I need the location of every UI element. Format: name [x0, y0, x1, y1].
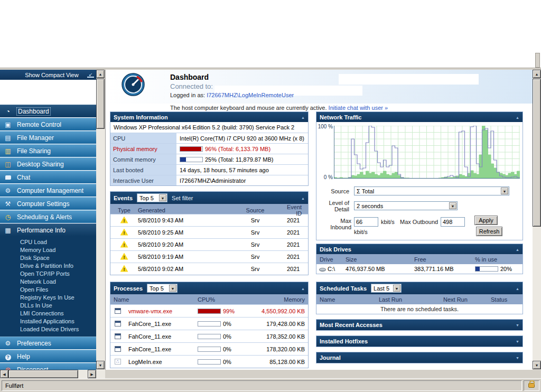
file-manager-icon: [3, 134, 13, 142]
disk-row: C:\ 476,937.50 MB 383,771.16 MB 20%: [316, 264, 523, 274]
collapse-icon[interactable]: [301, 196, 305, 200]
set-filter-link[interactable]: Set filter: [172, 195, 193, 201]
sidebar-vertical-scrollbar[interactable]: ▲ ▼: [96, 70, 105, 370]
apply-button[interactable]: Apply: [474, 216, 498, 225]
subitem-disk-space[interactable]: Disk Space: [0, 254, 96, 262]
chat-link-arrow[interactable]: »: [385, 105, 388, 111]
sidebar-horizontal-scrollbar[interactable]: ◀ ▶: [0, 370, 105, 378]
collapse-icon[interactable]: [516, 247, 519, 251]
scrollbar-thumb[interactable]: [8, 370, 78, 378]
sidebar-item-file-sharing[interactable]: File Sharing: [0, 144, 96, 157]
expand-icon[interactable]: [516, 323, 519, 327]
row-value: Intel(R) Core(TM) i7 CPU 920 at 3600 MHz…: [176, 135, 308, 142]
subitem-network-load[interactable]: Network Load: [0, 278, 96, 286]
collapse-icon[interactable]: [301, 286, 305, 290]
col-status: Status: [491, 296, 523, 303]
warning-icon: [120, 217, 128, 223]
expand-icon[interactable]: [516, 340, 519, 343]
collapse-icon[interactable]: [301, 115, 305, 119]
max-inbound-input[interactable]: [354, 217, 378, 227]
max-outbound-input[interactable]: [441, 217, 465, 227]
subitem-installed-applications[interactable]: Installed Applications: [0, 318, 96, 325]
events-filter-dropdown[interactable]: Top 5: [137, 193, 167, 202]
gauge-icon: [3, 108, 13, 115]
chevron-down-icon[interactable]: [169, 285, 176, 292]
sidebar-item-help[interactable]: Help: [0, 350, 96, 362]
chevron-down-icon[interactable]: [393, 285, 400, 292]
col-drive: Drive: [316, 256, 346, 263]
installed-hotfixes-panel[interactable]: Installed Hotfixes: [316, 335, 523, 347]
sidebar-item-dashboard[interactable]: Dashboard: [0, 105, 96, 117]
sidebar-item-computer-management[interactable]: Computer Management: [0, 184, 96, 197]
redaction-box: [339, 74, 479, 85]
journal-panel[interactable]: Journal: [316, 352, 523, 363]
subitem-drive-partition-info[interactable]: Drive & Partition Info: [0, 262, 96, 270]
processes-filter-dropdown[interactable]: Top 5: [147, 284, 178, 293]
panel-title: Processes: [114, 285, 143, 292]
subitem-open-tcpip-ports[interactable]: Open TCP/IP Ports: [0, 270, 96, 278]
sidebar-item-performance-info[interactable]: Performance Info: [0, 223, 96, 236]
sidebar-item-disconnect[interactable]: Disconnect: [0, 363, 96, 370]
scroll-up-button[interactable]: ▲: [96, 70, 105, 78]
scroll-left-button[interactable]: ◀: [0, 370, 8, 378]
processes-header[interactable]: Processes Top 5: [110, 282, 308, 294]
subitem-cpu-load[interactable]: CPU Load: [0, 238, 96, 246]
dock-panel-icon[interactable]: [87, 71, 94, 78]
scroll-right-button[interactable]: ▶: [88, 370, 96, 378]
col-source: Source: [223, 207, 287, 213]
processes-column-headers: Name CPU% Memory: [110, 294, 308, 304]
sidebar-item-label: Computer Settings: [17, 200, 69, 208]
subitem-lmi-connections[interactable]: LMI Connections: [0, 310, 96, 318]
sidebar-item-scheduling-alerts[interactable]: Scheduling & Alerts: [0, 210, 96, 223]
sidebar-item-file-manager[interactable]: File Manager: [0, 131, 96, 144]
expand-icon[interactable]: [516, 356, 519, 360]
events-header[interactable]: Events Top 5 Set filter: [110, 192, 308, 204]
system-information-header[interactable]: System Information: [110, 112, 308, 122]
performance-icon: [3, 227, 13, 234]
sidebar-item-label: File Sharing: [17, 147, 51, 155]
most-recent-accesses-panel[interactable]: Most Recent Accesses: [316, 319, 523, 331]
sidebar-item-desktop-sharing[interactable]: Desktop Sharing: [0, 157, 96, 170]
status-text: Fullført: [2, 380, 522, 391]
level-of-detail-dropdown[interactable]: 2 seconds: [354, 201, 458, 210]
initiate-chat-link[interactable]: Initiate chat with user: [329, 105, 383, 111]
subitem-loaded-device-drivers[interactable]: Loaded Device Drivers: [0, 325, 96, 333]
subitem-memory-load[interactable]: Memory Load: [0, 246, 96, 254]
collapse-icon[interactable]: [516, 286, 519, 290]
sidebar-item-chat[interactable]: Chat: [0, 171, 96, 183]
chevron-down-icon[interactable]: [159, 194, 166, 201]
source-dropdown[interactable]: Σ Total: [354, 186, 509, 195]
sidebar-item-computer-settings[interactable]: Computer Settings: [0, 197, 96, 210]
network-traffic-header[interactable]: Network Traffic: [316, 112, 523, 122]
chevron-down-icon[interactable]: [501, 188, 508, 194]
disk-drives-header[interactable]: Disk Drives: [316, 244, 523, 254]
subitem-open-files[interactable]: Open Files: [0, 286, 96, 294]
no-scheduled-tasks-text: There are no scheduled tasks.: [316, 304, 523, 314]
scroll-up-button[interactable]: ▲: [533, 70, 541, 78]
scroll-down-button[interactable]: ▼: [96, 361, 105, 369]
event-row: 5/8/2010 9:19 AM Srv 2021: [110, 250, 308, 263]
logged-in-label: Logged in as:: [170, 92, 205, 98]
scheduled-tasks-header[interactable]: Scheduled Tasks Last 5: [316, 282, 523, 294]
row-label: Last booted: [110, 165, 176, 175]
commit-usage-bar: [180, 157, 203, 162]
main-vertical-scrollbar[interactable]: ▲ ▼: [533, 70, 541, 370]
clock-alert-icon: [3, 213, 13, 221]
chevron-down-icon[interactable]: [449, 202, 456, 209]
source-label: Source: [320, 188, 349, 194]
refresh-button[interactable]: Refresh: [476, 227, 502, 236]
cpu-bar: [198, 334, 221, 339]
scheduled-tasks-filter-dropdown[interactable]: Last 5: [371, 284, 402, 293]
scrollbar-thumb[interactable]: [533, 79, 541, 227]
host-status-line: The host computer keyboard and mouse are…: [170, 105, 388, 111]
warning-icon: [120, 265, 128, 272]
scroll-down-button[interactable]: ▼: [533, 361, 541, 369]
show-compact-view-button[interactable]: Show Compact View: [0, 70, 96, 80]
collapse-icon[interactable]: [516, 115, 519, 119]
scrollbar-thumb[interactable]: [96, 79, 105, 129]
subitem-registry-keys[interactable]: Registry Keys In Use: [0, 294, 96, 302]
sidebar-item-remote-control[interactable]: Remote Control: [0, 118, 96, 130]
panel-title: System Information: [114, 114, 168, 120]
sidebar-item-preferences[interactable]: Preferences: [0, 337, 96, 349]
subitem-dlls-in-use[interactable]: DLLs In Use: [0, 302, 96, 310]
